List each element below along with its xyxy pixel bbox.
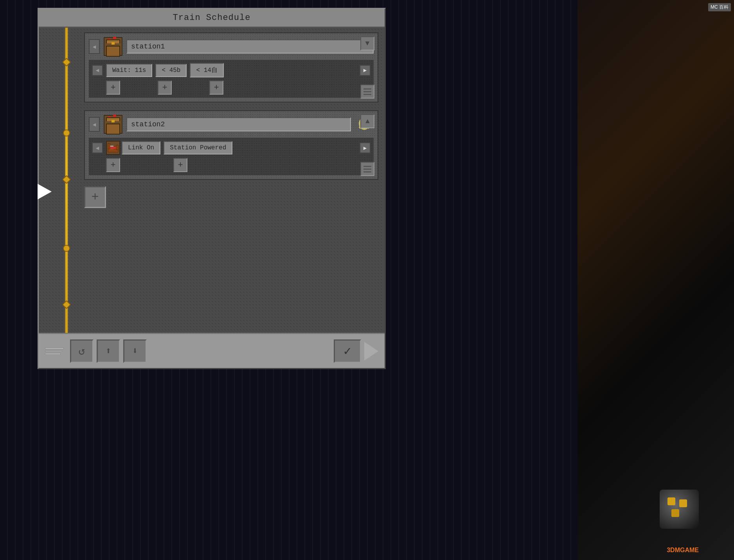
station-1-name-input[interactable] xyxy=(126,39,374,54)
timeline-node-5 xyxy=(62,300,71,309)
cond-right-arrow-2: ▶ xyxy=(363,145,367,151)
confirm-arrow xyxy=(364,342,378,361)
station-1-menu-btn[interactable] xyxy=(360,84,374,99)
dialog-toolbar: ↺ ⬆ ⬇ ✓ xyxy=(39,333,385,368)
station-2-cond-prev[interactable]: ◀ xyxy=(92,142,103,153)
station-2-pills-row: ◀ xyxy=(92,141,371,155)
priority-up-icon: ⬆ xyxy=(106,345,111,357)
station-2-add-row: + + xyxy=(92,158,371,172)
station-1-cond-next[interactable]: ▶ xyxy=(360,65,371,76)
toolbar-line-1 xyxy=(45,348,64,349)
bg-blocks xyxy=(577,0,734,560)
timeline-node-3 xyxy=(62,175,71,184)
priority-down-btn[interactable]: ⬇ xyxy=(123,339,147,363)
dialog-title: Train Schedule xyxy=(39,9,385,28)
confirm-btn[interactable]: ✓ xyxy=(334,339,361,363)
station-1-add-wait-btn[interactable]: + xyxy=(106,81,120,95)
station-2-add-powered-btn[interactable]: + xyxy=(173,158,187,172)
toolbar-line-3 xyxy=(45,353,61,355)
add-station-btn[interactable]: + xyxy=(84,186,106,208)
cond-right-arrow: ▶ xyxy=(363,67,367,74)
train-schedule-dialog: Train Schedule ◀ xyxy=(38,8,386,369)
ore-sprite xyxy=(660,490,699,529)
station-2-prev-btn[interactable]: ◀ xyxy=(89,117,100,132)
timeline-node-2 xyxy=(63,129,70,136)
station-2-header: ◀ xyxy=(89,115,374,134)
menu-icon xyxy=(363,88,371,95)
station-1-header: ◀ ✕ xyxy=(89,37,374,56)
toolbar-line-2 xyxy=(45,350,62,352)
bed-icon-container xyxy=(106,141,120,155)
station-1-pills-row: ◀ Wait: 11s < 45b < 14自 ▶ xyxy=(92,63,371,77)
cursor-arrow xyxy=(38,184,52,199)
up-arrow-icon: ▼ xyxy=(365,117,370,125)
cond-left-arrow: ◀ xyxy=(96,67,99,74)
station-2-block: ◀ xyxy=(84,110,378,180)
station-1-prev-btn[interactable]: ◀ xyxy=(89,39,100,54)
station-1-down-btn[interactable]: ▼ xyxy=(360,36,374,50)
down-arrow-icon: ▼ xyxy=(365,39,370,47)
station-1-icon xyxy=(104,37,122,56)
station-1-add-cargo1-btn[interactable]: + xyxy=(158,81,172,95)
timeline-node-4 xyxy=(63,245,70,252)
wait-condition[interactable]: Wait: 11s xyxy=(106,64,152,77)
station-1-add-cargo2-btn[interactable]: + xyxy=(209,81,223,95)
station-2-add-link-btn[interactable]: + xyxy=(106,158,120,172)
svg-rect-9 xyxy=(110,147,116,149)
mc-wiki-badge: MC 百科 xyxy=(708,3,731,11)
link-on-condition[interactable]: Link On xyxy=(122,141,160,154)
svg-rect-7 xyxy=(108,144,110,149)
station-2-menu-btn[interactable] xyxy=(360,162,374,176)
reset-icon: ↺ xyxy=(79,345,85,358)
cond-left-arrow-2: ◀ xyxy=(96,145,99,151)
timeline-node-1 xyxy=(62,58,71,67)
station-1-cond-prev[interactable]: ◀ xyxy=(92,65,103,76)
toolbar-decoration xyxy=(45,348,64,355)
confirm-icon: ✓ xyxy=(344,343,351,359)
station-powered-condition[interactable]: Station Powered xyxy=(164,141,232,154)
menu-icon-2 xyxy=(363,166,371,172)
svg-rect-8 xyxy=(116,145,118,150)
dialog-content: ◀ ✕ ▼ xyxy=(39,28,385,333)
station-1-add-row: + + + xyxy=(92,81,371,95)
cargo-condition-1[interactable]: < 45b xyxy=(155,64,187,77)
station-1-conditions: ◀ Wait: 11s < 45b < 14自 ▶ + xyxy=(89,60,374,98)
station-2-conditions: ◀ xyxy=(89,138,374,175)
link-on-group: Link On xyxy=(106,141,160,155)
priority-down-icon: ⬇ xyxy=(132,345,138,357)
station-1-block: ◀ ✕ ▼ xyxy=(84,32,378,102)
station-2-icon xyxy=(104,115,122,134)
priority-up-btn[interactable]: ⬆ xyxy=(97,339,120,363)
game3d-logo: 3DMGAME xyxy=(667,547,699,554)
left-arrow-icon-2: ◀ xyxy=(93,121,96,128)
cargo-condition-2[interactable]: < 14自 xyxy=(190,63,223,77)
station-2-name-input[interactable] xyxy=(126,117,351,131)
left-arrow-icon: ◀ xyxy=(93,43,96,50)
station-2-up-btn[interactable]: ▼ xyxy=(360,114,374,128)
station-2-cond-next[interactable]: ▶ xyxy=(360,142,371,153)
reset-btn[interactable]: ↺ xyxy=(70,339,94,363)
